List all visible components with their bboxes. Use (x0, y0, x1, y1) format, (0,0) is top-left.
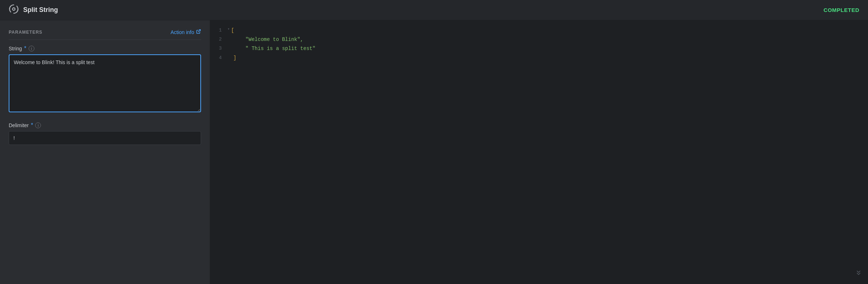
chevron-down-icon (855, 269, 862, 278)
line-arrow-2 (228, 35, 233, 42)
right-panel: 1 ▾ [ 2 "Welcome to Blink", 3 " This is … (210, 20, 868, 284)
string-label-text: String (9, 46, 22, 51)
code-string-2: " This is a split test" (233, 44, 316, 53)
string-field-label: String * i (9, 46, 201, 51)
action-info-label: Action info (171, 29, 194, 35)
delimiter-required-indicator: * (31, 122, 33, 128)
left-panel: PARAMETERS Action info String * i Welco (0, 20, 210, 284)
delimiter-field-group: Delimiter * i (9, 122, 201, 145)
svg-line-1 (198, 30, 200, 32)
status-badge: COMPLETED (823, 7, 859, 13)
parameters-header: PARAMETERS Action info (9, 29, 201, 40)
delimiter-input[interactable] (9, 131, 201, 145)
delimiter-field-label: Delimiter * i (9, 122, 201, 128)
string-input[interactable]: Welcome to Blink! This is a split test (9, 54, 201, 112)
code-bracket-open: [ (231, 26, 234, 35)
code-string-1: "Welcome to Blink", (233, 35, 303, 44)
code-line-2: 2 "Welcome to Blink", (216, 35, 862, 44)
app-header: Split String COMPLETED (0, 0, 868, 20)
action-info-link[interactable]: Action info (171, 29, 201, 35)
string-field-group: String * i Welcome to Blink! This is a s… (9, 46, 201, 114)
string-info-icon[interactable]: i (29, 46, 34, 51)
line-arrow-4 (228, 54, 233, 60)
line-number-2: 2 (216, 35, 228, 43)
code-line-3: 3 " This is a split test" (216, 44, 862, 53)
main-content: PARAMETERS Action info String * i Welco (0, 20, 868, 284)
wrench-icon (9, 4, 19, 16)
delimiter-label-text: Delimiter (9, 122, 29, 128)
parameters-label: PARAMETERS (9, 30, 42, 35)
code-bracket-close: ] (233, 54, 236, 63)
code-line-4: 4 ] (216, 54, 862, 63)
code-line-1: 1 ▾ [ (216, 26, 862, 35)
line-number-4: 4 (216, 54, 228, 62)
external-link-icon (196, 29, 201, 35)
svg-point-0 (13, 8, 15, 10)
code-output: 1 ▾ [ 2 "Welcome to Blink", 3 " This is … (210, 26, 868, 63)
line-number-3: 3 (216, 44, 228, 53)
line-arrow-1: ▾ (228, 26, 231, 33)
page-title: Split String (23, 6, 58, 14)
delimiter-info-icon[interactable]: i (35, 122, 41, 128)
line-number-1: 1 (216, 26, 228, 34)
line-arrow-3 (228, 44, 233, 51)
header-left: Split String (9, 4, 58, 16)
string-required-indicator: * (24, 46, 26, 51)
